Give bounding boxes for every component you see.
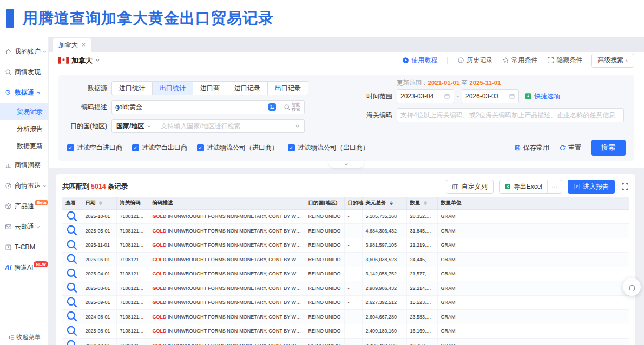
- table-row: 2024-08-017108121000GOLD IN UNWROUGHT FO…: [62, 310, 629, 324]
- country-selector[interactable]: 加拿大: [58, 56, 100, 65]
- date-to-input[interactable]: [465, 92, 504, 100]
- hide-icon: [547, 57, 554, 64]
- dest-country-input[interactable]: 支持输入国家/地区进行检索: [156, 122, 295, 131]
- checkbox-checked-icon[interactable]: ✓: [67, 144, 74, 151]
- sidebar-item-label: 腾道AI: [14, 263, 33, 273]
- smart-search-button[interactable]: 智能搜索: [284, 102, 301, 112]
- view-record-icon[interactable]: [65, 303, 78, 309]
- column-header: 目的地: [344, 197, 362, 209]
- enter-report-button[interactable]: 进入报告: [568, 180, 615, 194]
- sidebar-item-analysis-report[interactable]: 分析报告: [0, 120, 48, 137]
- sort-icon[interactable]: [424, 201, 427, 205]
- hide-conditions-link[interactable]: 隐藏条件: [547, 56, 582, 65]
- sidebar-menu: 我的账户商情发现数据通贸易记录分析报告数据更新商情洞察商情雷达产品通Beta云邮…: [0, 37, 48, 329]
- date-from-field[interactable]: [397, 89, 454, 103]
- sidebar-item-product-hub[interactable]: 产品通Beta: [0, 196, 48, 216]
- view-record-icon[interactable]: [65, 217, 78, 223]
- filter-checkbox[interactable]: ✓过滤物流公司（出口商）: [288, 143, 369, 152]
- cell-unit: GRAM: [437, 281, 472, 296]
- page-title-bar: 用腾道查询加拿大黄金出口贸易记录: [0, 0, 644, 37]
- favorite-conditions-link[interactable]: 常用条件: [502, 56, 537, 65]
- search-button[interactable]: 搜索: [591, 140, 626, 156]
- sidebar-item-my-account[interactable]: 我的账户: [0, 41, 48, 62]
- quick-options-button[interactable]: 快捷选项: [524, 92, 560, 101]
- reset-button[interactable]: 重置: [559, 143, 581, 152]
- filter-checkbox[interactable]: ✓过滤空白出口商: [132, 143, 187, 152]
- sidebar-item-market-radar[interactable]: 商情雷达: [0, 175, 48, 196]
- cell-description: GOLD IN UNWROUGHT FORMS NON-MONETARY, CO…: [149, 339, 305, 345]
- sidebar-item-data-update[interactable]: 数据更新: [0, 137, 48, 155]
- date-from-input[interactable]: [400, 92, 439, 100]
- checkbox-checked-icon[interactable]: ✓: [197, 144, 204, 151]
- cell-date: 2025-05-01: [82, 224, 116, 238]
- cell-destination: -: [344, 224, 362, 238]
- column-header[interactable]: 日期: [82, 197, 116, 209]
- sidebar-item-trade-records[interactable]: 贸易记录: [0, 103, 48, 120]
- cell-usd-total: 3,981,597,105: [362, 238, 406, 253]
- tab-close-icon[interactable]: ×: [82, 41, 86, 49]
- code-desc-input[interactable]: [115, 103, 266, 111]
- table-row: 2025-04-017108121000GOLD IN UNWROUGHT FO…: [62, 267, 629, 281]
- sidebar-item-cloud-mail[interactable]: 云邮通: [0, 216, 48, 237]
- view-record-icon[interactable]: [65, 231, 78, 238]
- datasource-出口记录[interactable]: 出口记录: [268, 81, 308, 95]
- view-record-icon[interactable]: [65, 317, 78, 324]
- filter-collapse-toggle[interactable]: [328, 161, 364, 168]
- dest-country-type-select[interactable]: 国家/地区: [112, 120, 156, 132]
- hs-code-field: [397, 108, 624, 122]
- checkbox-checked-icon[interactable]: ✓: [132, 144, 139, 151]
- image-search-icon[interactable]: [268, 103, 277, 111]
- sidebar-item-market-discovery[interactable]: 商情发现: [0, 62, 48, 82]
- cell-hs-code: 7108121000: [116, 339, 149, 345]
- datasource-出口统计[interactable]: 出口统计: [153, 81, 193, 95]
- save-favorite-button[interactable]: 保存常用: [514, 143, 549, 152]
- export-more-button[interactable]: ···: [547, 180, 562, 193]
- cell-quantity: 23,583,047: [406, 310, 437, 324]
- table-row: 2025-06-017108121000GOLD IN UNWROUGHT FO…: [62, 253, 629, 267]
- chevron-down-icon: [42, 183, 47, 188]
- datasource-进口记录[interactable]: 进口记录: [227, 81, 268, 95]
- export-excel-button[interactable]: 导出Excel: [500, 180, 547, 193]
- view-record-icon[interactable]: [65, 289, 78, 295]
- view-record-icon[interactable]: [65, 274, 78, 281]
- datasource-进口商[interactable]: 进口商: [193, 81, 227, 95]
- update-range-from: 2021-01-01: [428, 79, 460, 86]
- sidebar-item-market-insight[interactable]: 商情洞察: [0, 155, 48, 175]
- filter-checkbox[interactable]: ✓过滤物流公司（进口商）: [197, 143, 278, 152]
- tab-strip: 加拿大 ×: [49, 37, 644, 52]
- customize-columns-button[interactable]: 自定义列: [446, 180, 494, 194]
- sort-icon[interactable]: [99, 201, 102, 205]
- sidebar-item-tendata-ai[interactable]: Ai腾道AINEW: [0, 257, 48, 278]
- datasource-进口统计[interactable]: 进口统计: [111, 81, 153, 95]
- smart-search-icon: [284, 104, 291, 111]
- view-record-icon[interactable]: [65, 246, 78, 252]
- sidebar-item-data-hub[interactable]: 数据通: [0, 82, 48, 103]
- table-row: 2025-08-017108121000GOLD IN UNWROUGHT FO…: [62, 324, 629, 339]
- fullscreen-icon[interactable]: [621, 183, 629, 190]
- column-header[interactable]: 美元总价: [362, 197, 406, 209]
- column-header[interactable]: 数量: [406, 197, 437, 209]
- sort-icon[interactable]: [390, 201, 393, 205]
- sidebar-item-t-crm[interactable]: T-CRM: [0, 237, 48, 257]
- view-record-icon[interactable]: [65, 331, 78, 338]
- datasource-tabs: 进口统计出口统计进口商进口记录出口记录: [111, 81, 308, 95]
- history-link[interactable]: 历史记录: [457, 56, 492, 65]
- cell-usd-total: 5,185,735,168: [362, 209, 406, 224]
- table-row: 2025-11-017108121000GOLD IN UNWROUGHT FO…: [62, 238, 629, 253]
- cell-description: GOLD IN UNWROUGHT FORMS NON-MONETARY, CO…: [149, 281, 305, 296]
- date-to-field[interactable]: [462, 89, 519, 103]
- cell-destination: -: [344, 310, 362, 324]
- hs-code-input[interactable]: [400, 111, 620, 119]
- cell-date: 2025-03-01: [82, 281, 116, 296]
- filter-checkbox[interactable]: ✓过滤空白进口商: [67, 143, 122, 152]
- checkbox-checked-icon[interactable]: ✓: [288, 144, 295, 151]
- cell-description: GOLD IN UNWROUGHT FORMS NON-MONETARY, CO…: [149, 267, 305, 281]
- column-header: 数量单位: [437, 197, 472, 209]
- advanced-search-button[interactable]: 高级搜索 ›: [591, 54, 634, 68]
- customer-service-button[interactable]: [623, 278, 641, 296]
- tab-canada[interactable]: 加拿大 ×: [53, 38, 91, 52]
- tutorial-link[interactable]: 使用教程: [402, 56, 437, 65]
- view-record-icon[interactable]: [65, 260, 78, 267]
- cell-hs-code: 7108121000: [116, 224, 149, 238]
- collapse-menu-button[interactable]: 收起菜单: [0, 329, 48, 345]
